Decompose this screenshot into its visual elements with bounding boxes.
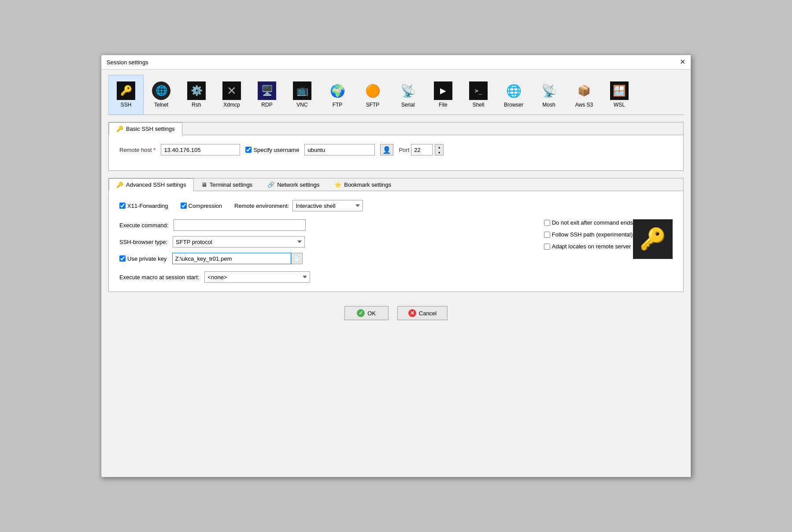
execute-command-input[interactable] (174, 219, 306, 231)
specify-username-checkbox[interactable] (245, 147, 252, 153)
tab-bookmark-settings[interactable]: ⭐ Bookmark settings (327, 178, 399, 191)
tab-rsh[interactable]: ⚙️ Rsh (179, 75, 214, 115)
tab-awss3-label: Aws S3 (575, 102, 593, 108)
remote-host-input[interactable] (161, 144, 240, 155)
ok-label: OK (367, 310, 376, 317)
wsl-tab-icon: 🪟 (610, 81, 629, 100)
right-checkboxes: Do not exit after command ends Follow SS… (544, 219, 633, 250)
remote-environment-label: Remote environment: (234, 203, 289, 209)
tab-ssh-label: SSH (121, 102, 132, 108)
tab-ftp[interactable]: 🌍 FTP (320, 75, 355, 115)
bookmark-settings-tab-icon: ⭐ (334, 181, 341, 188)
tab-sftp-label: SFTP (366, 102, 380, 108)
ssh-browser-type-row: SSH-browser type: SFTP protocol SCP prot… (119, 236, 531, 248)
follow-ssh-path-label[interactable]: Follow SSH path (experimental) (544, 231, 633, 238)
execute-macro-select[interactable]: <none> (204, 271, 310, 283)
tab-xdmcp-label: Xdmcp (223, 102, 240, 108)
tab-network-settings[interactable]: 🔗 Network settings (260, 178, 327, 191)
ok-icon: ✓ (357, 309, 365, 317)
tab-basic-ssh[interactable]: 🔑 Basic SSH settings (109, 122, 182, 135)
tab-telnet[interactable]: 🌐 Telnet (144, 75, 179, 115)
ssh-browser-type-label: SSH-browser type: (119, 239, 167, 245)
remote-environment-row: Remote environment: Interactive shell Cu… (234, 200, 363, 211)
tab-shell-label: Shell (473, 102, 485, 108)
adapt-locales-text: Adapt locales on remote server (552, 243, 631, 250)
awss3-tab-icon: 📦 (575, 81, 593, 100)
advanced-ssh-tab-icon: 🔑 (116, 181, 123, 188)
ftp-tab-icon: 🌍 (328, 81, 347, 100)
adapt-locales-label[interactable]: Adapt locales on remote server (544, 243, 633, 250)
tab-serial-label: Serial (401, 102, 415, 108)
tab-browser[interactable]: 🌐 Browser (496, 75, 531, 115)
ssh-tab-icon: 🔑 (117, 81, 135, 100)
private-key-row: Use private key 📄 (119, 253, 531, 264)
ssh-browser-type-select[interactable]: SFTP protocol SCP protocol None (173, 236, 305, 248)
port-up-button[interactable]: ▲ (435, 144, 443, 150)
tab-mosh-label: Mosh (542, 102, 555, 108)
dialog-title: Session settings (107, 59, 148, 66)
tab-ftp-label: FTP (333, 102, 343, 108)
port-input[interactable] (411, 144, 433, 155)
execute-macro-label: Execute macro at session start: (119, 274, 199, 281)
mosh-tab-icon: 📡 (540, 81, 558, 100)
private-key-input[interactable] (172, 253, 291, 264)
remote-environment-select[interactable]: Interactive shell Custom command SCP SFT… (292, 200, 363, 211)
execute-command-label: Execute command: (119, 222, 168, 229)
private-key-text: Use private key (127, 255, 167, 262)
rdp-tab-icon: 🖥️ (258, 81, 276, 100)
follow-ssh-path-checkbox[interactable] (544, 232, 550, 238)
specify-username-checkbox-label[interactable]: Specify username (245, 147, 299, 153)
port-down-button[interactable]: ▼ (435, 150, 443, 155)
key-icon-box: 🔑 (633, 219, 673, 259)
remote-host-label: Remote host (119, 147, 155, 153)
private-key-container: 📄 (172, 253, 303, 264)
tab-rdp[interactable]: 🖥️ RDP (249, 75, 285, 115)
tab-wsl[interactable]: 🪟 WSL (602, 75, 637, 115)
key-icon: 🔑 (640, 227, 666, 251)
follow-ssh-path-text: Follow SSH path (experimental) (552, 231, 633, 238)
sftp-tab-icon: 🟠 (363, 81, 382, 100)
compression-checkbox[interactable] (181, 203, 187, 209)
cancel-button[interactable]: ✕ Cancel (397, 306, 448, 320)
close-button[interactable]: ✕ (680, 59, 685, 66)
ok-button[interactable]: ✓ OK (344, 306, 389, 320)
x11-forwarding-label[interactable]: X11-Forwarding (119, 203, 168, 209)
left-fields: Execute command: SSH-browser type: SFTP … (119, 219, 531, 264)
private-key-label[interactable]: Use private key (119, 255, 167, 262)
compression-label[interactable]: Compression (181, 203, 222, 209)
tab-rsh-label: Rsh (192, 102, 201, 108)
tab-serial[interactable]: 📡 Serial (390, 75, 426, 115)
tab-ssh[interactable]: 🔑 SSH (108, 75, 144, 115)
tab-advanced-ssh[interactable]: 🔑 Advanced SSH settings (109, 178, 194, 191)
private-key-browse-button[interactable]: 📄 (291, 253, 303, 264)
basic-ssh-tab-icon: 🔑 (116, 126, 123, 132)
username-browse-button[interactable]: 👤 (380, 144, 393, 155)
tab-terminal-settings[interactable]: 🖥 Terminal settings (194, 178, 260, 191)
cancel-icon: ✕ (408, 309, 416, 317)
telnet-tab-icon: 🌐 (152, 81, 170, 100)
advanced-section-tabs: 🔑 Advanced SSH settings 🖥 Terminal setti… (109, 178, 683, 191)
tab-sftp[interactable]: 🟠 SFTP (355, 75, 390, 115)
tab-mosh[interactable]: 📡 Mosh (531, 75, 566, 115)
adapt-locales-checkbox[interactable] (544, 244, 550, 250)
tab-shell[interactable]: >_ Shell (461, 75, 496, 115)
bookmark-settings-tab-label: Bookmark settings (344, 181, 391, 188)
dialog-buttons: ✓ OK ✕ Cancel (108, 299, 684, 327)
x11-forwarding-checkbox[interactable] (119, 203, 126, 209)
tab-rdp-label: RDP (261, 102, 272, 108)
serial-tab-icon: 📡 (399, 81, 417, 100)
tab-vnc[interactable]: 📺 VNC (285, 75, 320, 115)
tab-file[interactable]: ▶ File (426, 75, 461, 115)
port-label: Port (399, 147, 409, 153)
private-key-checkbox[interactable] (119, 255, 126, 262)
port-spinner: ▲ ▼ (435, 144, 444, 155)
do-not-exit-label[interactable]: Do not exit after command ends (544, 219, 633, 226)
tab-xdmcp[interactable]: ✕ Xdmcp (214, 75, 249, 115)
tab-awss3[interactable]: 📦 Aws S3 (566, 75, 602, 115)
do-not-exit-checkbox[interactable] (544, 220, 550, 226)
basic-ssh-content: Remote host Specify username 👤 Port (109, 135, 683, 170)
network-settings-tab-icon: 🔗 (267, 181, 274, 188)
username-input[interactable] (304, 144, 375, 155)
advanced-ssh-tab-label: Advanced SSH settings (126, 181, 186, 188)
advanced-ssh-content: X11-Forwarding Compression Remote enviro… (109, 191, 683, 292)
